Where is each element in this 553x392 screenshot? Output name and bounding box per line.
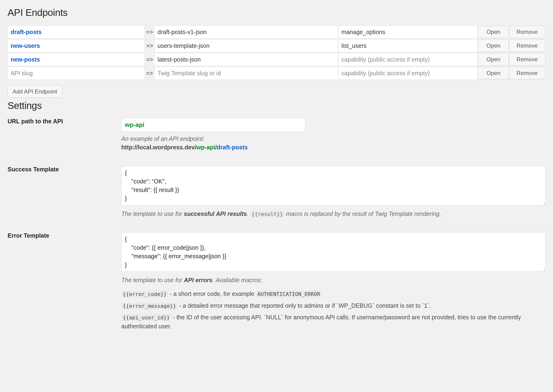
macro-code: {{error_code}} xyxy=(121,291,168,298)
error-template-textarea[interactable] xyxy=(121,232,546,272)
table-row: new-users=>OpenRemove xyxy=(7,39,546,52)
arrow-icon: => xyxy=(145,53,154,66)
api-endpoints-table: draft-posts=>OpenRemovenew-users=>OpenRe… xyxy=(7,25,546,80)
endpoints-heading: API Endpoints xyxy=(7,7,546,18)
macro-description: {{error_message}} - a detailed error mes… xyxy=(121,301,546,310)
template-input[interactable] xyxy=(154,39,338,52)
capability-input[interactable] xyxy=(338,53,478,66)
remove-button[interactable]: Remove xyxy=(509,26,546,38)
success-template-textarea[interactable] xyxy=(121,166,546,205)
macro-description: {{error_code}} - a short error code, for… xyxy=(121,289,546,299)
open-button[interactable]: Open xyxy=(478,53,509,66)
api-slug-link[interactable]: new-users xyxy=(11,42,40,49)
table-row: draft-posts=>OpenRemove xyxy=(7,25,546,39)
arrow-icon: => xyxy=(145,39,154,52)
macro-code: {{api_user_id}} xyxy=(121,314,171,321)
url-path-input[interactable] xyxy=(121,118,305,132)
capability-input[interactable] xyxy=(338,67,478,80)
macro-description: {{api_user_id}} - the ID of the user acc… xyxy=(121,313,546,331)
remove-button[interactable]: Remove xyxy=(509,53,546,66)
api-slug-link[interactable]: new-posts xyxy=(11,56,40,63)
macro-code: {{error_message}} xyxy=(121,302,178,309)
capability-input[interactable] xyxy=(338,39,478,52)
settings-heading: Settings xyxy=(7,100,546,111)
settings-table: URL path to the API An example of an API… xyxy=(7,118,546,334)
error-template-label: Error Template xyxy=(7,232,121,334)
macro-code: AUTHENTICATION_ERROR xyxy=(256,291,322,298)
api-slug-input[interactable] xyxy=(7,67,145,80)
add-api-endpoint-button[interactable]: Add API Endpoint xyxy=(7,85,62,98)
arrow-icon: => xyxy=(145,67,154,80)
remove-button[interactable]: Remove xyxy=(509,67,546,79)
success-template-label: Success Template xyxy=(7,166,121,218)
url-path-description: An example of an API endpoint: http://lo… xyxy=(121,134,546,152)
api-slug-link[interactable]: draft-posts xyxy=(11,29,42,35)
capability-input[interactable] xyxy=(338,25,478,39)
template-input[interactable] xyxy=(154,25,338,39)
table-row: new-posts=>OpenRemove xyxy=(7,53,546,66)
success-template-description: The template to use for successful API r… xyxy=(121,210,546,218)
error-template-description: The template to use for API errors. Avai… xyxy=(121,276,546,284)
template-input[interactable] xyxy=(154,53,338,66)
url-path-label: URL path to the API xyxy=(7,118,121,152)
template-input[interactable] xyxy=(154,67,338,80)
open-button[interactable]: Open xyxy=(478,40,509,52)
remove-button[interactable]: Remove xyxy=(509,40,546,52)
arrow-icon: => xyxy=(145,25,154,39)
error-macros-list: {{error_code}} - a short error code, for… xyxy=(121,289,546,331)
table-row: =>OpenRemove xyxy=(7,67,546,80)
open-button[interactable]: Open xyxy=(478,67,509,79)
open-button[interactable]: Open xyxy=(478,26,509,38)
